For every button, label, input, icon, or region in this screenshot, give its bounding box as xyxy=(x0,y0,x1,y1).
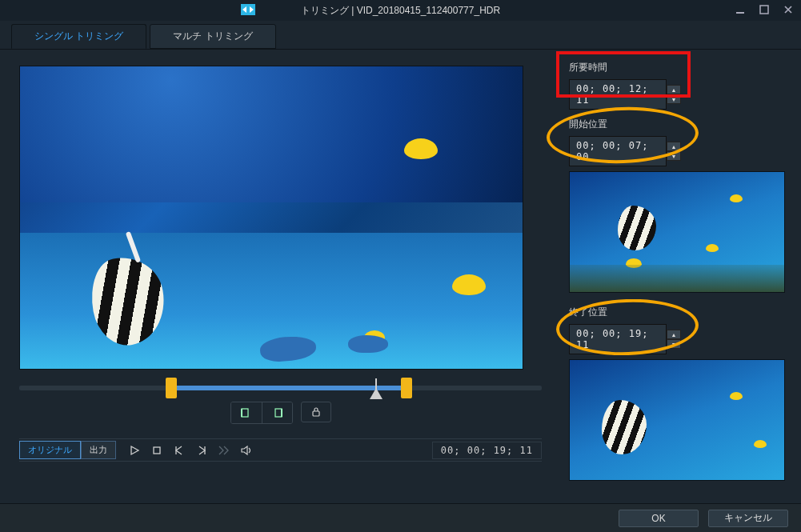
mark-in-button[interactable] xyxy=(231,402,262,423)
mark-out-handle[interactable] xyxy=(401,378,412,398)
prev-frame-button[interactable] xyxy=(172,445,186,456)
duration-label: 所要時間 xyxy=(569,61,788,74)
preview-output-tabs: オリジナル 出力 xyxy=(19,441,116,459)
stop-button[interactable] xyxy=(150,445,164,456)
window-title: トリミング | VID_20180415_112400777_HDR xyxy=(301,4,500,18)
trim-timeline-track[interactable] xyxy=(19,386,542,390)
end-step-down[interactable]: ▼ xyxy=(667,339,681,349)
fast-forward-button xyxy=(217,445,231,456)
close-button[interactable] xyxy=(780,3,796,16)
end-label: 終了位置 xyxy=(569,306,788,319)
tab-multi-trim[interactable]: マルチ トリミング xyxy=(150,24,275,49)
tab-single-trim[interactable]: シングル トリミング xyxy=(11,24,146,49)
duration-step-down[interactable]: ▼ xyxy=(667,94,681,104)
trim-mode-tabs: シングル トリミング マルチ トリミング xyxy=(0,21,801,50)
start-input[interactable]: 00; 00; 07; 00 xyxy=(569,136,667,166)
start-label: 開始位置 xyxy=(569,118,788,131)
svg-rect-3 xyxy=(242,409,248,417)
duration-step-up[interactable]: ▲ xyxy=(667,85,681,94)
svg-rect-2 xyxy=(760,6,768,14)
start-step-up[interactable]: ▲ xyxy=(667,142,681,151)
start-section: 開始位置 00; 00; 07; 00 ▲ ▼ xyxy=(569,118,788,293)
start-step-down[interactable]: ▼ xyxy=(667,151,681,161)
svg-rect-6 xyxy=(154,447,160,454)
duration-section: 所要時間 00; 00; 12; 11 ▲ ▼ xyxy=(569,61,788,110)
lock-duration-button[interactable] xyxy=(301,402,331,422)
svg-rect-1 xyxy=(736,12,744,14)
svg-rect-5 xyxy=(313,411,319,416)
end-step-up[interactable]: ▲ xyxy=(667,330,681,339)
volume-button[interactable] xyxy=(239,445,254,456)
end-section: 終了位置 00; 00; 19; 11 ▲ ▼ xyxy=(569,306,788,481)
preview-output-button[interactable]: 出力 xyxy=(81,441,116,459)
svg-rect-4 xyxy=(275,409,282,417)
end-frame-thumbnail xyxy=(569,359,785,481)
current-timecode: 00; 00; 19; 11 xyxy=(432,442,542,459)
play-button[interactable] xyxy=(127,445,142,456)
video-preview xyxy=(19,66,523,370)
duration-input[interactable]: 00; 00; 12; 11 xyxy=(569,79,667,110)
maximize-button[interactable] xyxy=(756,3,772,16)
start-frame-thumbnail xyxy=(569,171,785,293)
dialog-footer: OK キャンセル xyxy=(0,503,801,532)
mark-out-button[interactable] xyxy=(262,402,292,423)
next-frame-button[interactable] xyxy=(194,445,209,456)
mark-in-handle[interactable] xyxy=(166,378,177,398)
ok-button[interactable]: OK xyxy=(619,510,699,527)
app-icon xyxy=(241,4,255,15)
minimize-button[interactable] xyxy=(732,3,748,16)
preview-original-button[interactable]: オリジナル xyxy=(19,441,81,459)
titlebar: トリミング | VID_20180415_112400777_HDR xyxy=(0,0,801,21)
trim-selected-range xyxy=(166,386,401,390)
mark-buttons-group xyxy=(230,402,293,424)
playhead-indicator[interactable] xyxy=(370,388,382,399)
end-input[interactable]: 00; 00; 19; 11 xyxy=(569,324,667,354)
cancel-button[interactable]: キャンセル xyxy=(708,510,788,527)
